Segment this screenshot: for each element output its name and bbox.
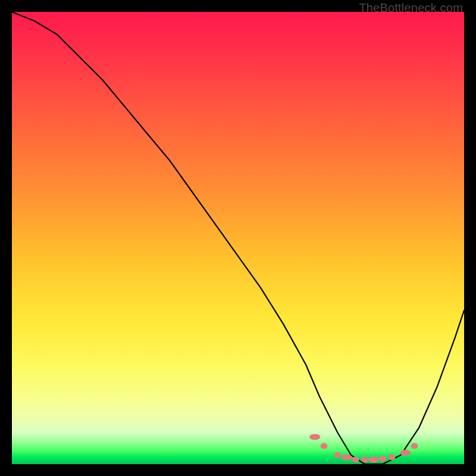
marker-dot <box>352 456 359 462</box>
marker-dot <box>361 456 368 462</box>
chart-frame: TheBottleneck.com <box>0 0 476 476</box>
marker-dot <box>320 443 327 449</box>
marker-dot <box>388 455 395 461</box>
marker-dot <box>334 452 341 458</box>
marker-dot <box>368 456 379 462</box>
marker-dot <box>400 450 411 456</box>
curve-layer <box>12 12 464 464</box>
marker-dot <box>379 456 386 462</box>
attribution-text: TheBottleneck.com <box>359 1 463 15</box>
highlight-dots <box>309 434 418 462</box>
marker-dot <box>309 434 320 440</box>
marker-dot <box>341 455 352 461</box>
plot-area <box>12 12 464 464</box>
bottleneck-curve <box>12 12 464 464</box>
marker-dot <box>411 443 418 449</box>
